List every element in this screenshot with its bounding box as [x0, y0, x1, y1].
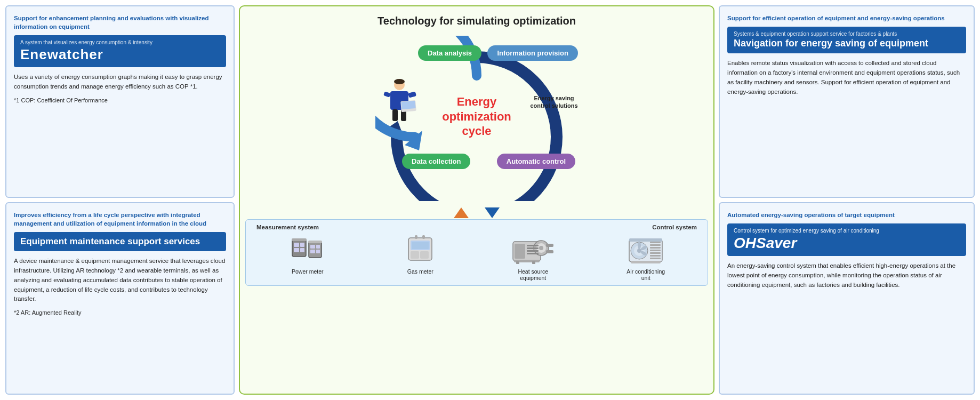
- enewatcher-subtitle: Support for enhancement planning and eva…: [14, 14, 226, 31]
- navigation-title-bar: Systems & equipment operation support se…: [727, 27, 966, 53]
- arrow-down: [485, 207, 500, 218]
- equipment-maintenance-title-bar: Equipment maintenance support services: [14, 232, 226, 251]
- svg-rect-37: [546, 244, 553, 247]
- power-meter-label: Power meter: [284, 268, 332, 281]
- svg-point-36: [539, 246, 543, 250]
- arrows-row: [454, 207, 500, 218]
- svg-rect-30: [415, 235, 417, 239]
- svg-rect-42: [527, 253, 539, 254]
- center-column: Technology for simulating optimization: [239, 5, 714, 395]
- svg-rect-17: [309, 242, 322, 258]
- ohsaver-card: Automated energy-saving operations of ta…: [719, 202, 975, 395]
- svg-rect-20: [316, 245, 320, 249]
- heat-source-label: Heat source equipment: [509, 268, 557, 281]
- enewatcher-body: Uses a variety of energy consumption gra…: [14, 73, 226, 105]
- gas-meter-label: Gas meter: [396, 268, 444, 281]
- equipment-labels: Power meter Gas meter Heat source equipm…: [251, 268, 702, 281]
- svg-rect-7: [383, 91, 391, 98]
- gas-meter-icon: [398, 235, 443, 266]
- svg-rect-61: [631, 261, 661, 263]
- navigation-title: Navigation for energy saving of equipmen…: [734, 38, 960, 49]
- enewatcher-card: Support for enhancement planning and eva…: [5, 5, 235, 198]
- svg-rect-8: [408, 91, 416, 98]
- svg-rect-16: [300, 248, 304, 252]
- navigation-subtitle: Support for efficient operation of equip…: [727, 14, 966, 22]
- person-icon: [381, 78, 418, 126]
- enewatcher-big-label: Enewatcher: [20, 46, 220, 63]
- air-conditioning-icon: [623, 235, 669, 266]
- svg-rect-10: [401, 101, 415, 109]
- power-meter-icon: [285, 235, 330, 266]
- left-column: Support for enhancement planning and eva…: [5, 5, 235, 395]
- svg-rect-54: [650, 244, 661, 246]
- ohsaver-subtitle: Automated energy-saving operations of ta…: [727, 211, 966, 219]
- svg-rect-44: [516, 261, 519, 264]
- cycle-area: Energy optimization cycle Data analysis …: [375, 36, 578, 201]
- svg-rect-39: [527, 245, 539, 246]
- svg-rect-18: [308, 241, 322, 243]
- data-collection-badge: Data collection: [402, 154, 470, 169]
- svg-rect-41: [527, 250, 539, 252]
- svg-rect-29: [412, 242, 429, 249]
- svg-point-50: [638, 242, 641, 249]
- equipment-maintenance-card: Improves efficiency from a life cycle pe…: [5, 202, 235, 395]
- ohsaver-title: OHSaver: [734, 235, 960, 252]
- svg-rect-5: [392, 109, 398, 121]
- arrow-up: [454, 207, 469, 218]
- svg-rect-55: [650, 247, 661, 249]
- svg-rect-25: [411, 251, 419, 259]
- information-provision-badge: Information provision: [487, 45, 578, 61]
- ohsaver-title-bar: Control system for optimized energy savi…: [727, 223, 966, 256]
- main-container: Support for enhancement planning and eva…: [0, 0, 980, 400]
- equipment-maintenance-subtitle: Improves efficiency from a life cycle pe…: [14, 211, 226, 228]
- svg-rect-53: [650, 242, 661, 243]
- svg-rect-58: [650, 255, 661, 257]
- equipment-maintenance-note: *2 AR: Augmented Reality: [14, 308, 226, 317]
- svg-rect-12: [292, 238, 307, 241]
- equipment-icons-row: [251, 233, 702, 267]
- svg-rect-38: [546, 250, 553, 253]
- svg-rect-59: [650, 258, 661, 259]
- equipment-maintenance-title: Equipment maintenance support services: [20, 236, 220, 247]
- right-column: Support for efficient operation of equip…: [719, 5, 975, 395]
- svg-rect-15: [294, 248, 299, 252]
- navigation-body: Enables remote status visualization with…: [727, 59, 966, 97]
- svg-rect-60: [629, 238, 662, 242]
- enewatcher-title-bar: A system that visualizes energy consumpt…: [14, 35, 226, 67]
- svg-rect-21: [310, 250, 315, 253]
- svg-rect-40: [527, 247, 539, 249]
- svg-rect-45: [532, 261, 535, 264]
- control-system-label: Control system: [652, 224, 697, 230]
- svg-rect-57: [650, 252, 661, 254]
- esc-label: Energy savingcontrol solutions: [530, 94, 578, 110]
- enewatcher-note: *1 COP: Coefficient Of Performance: [14, 96, 226, 105]
- svg-rect-33: [515, 244, 525, 259]
- sys-labels: Measurement system Control system: [251, 224, 702, 230]
- enewatcher-small-label: A system that visualizes energy consumpt…: [20, 39, 220, 45]
- automatic-control-badge: Automatic control: [497, 154, 575, 169]
- svg-rect-14: [300, 243, 304, 247]
- svg-rect-19: [310, 245, 315, 249]
- svg-rect-11: [292, 239, 306, 257]
- svg-rect-22: [316, 250, 320, 253]
- svg-rect-56: [650, 250, 661, 251]
- svg-rect-13: [294, 243, 299, 247]
- svg-rect-26: [420, 251, 429, 259]
- heat-source-icon: [510, 235, 556, 266]
- cycle-center-text: Energy optimization cycle: [442, 94, 511, 139]
- measurement-system-label: Measurement system: [256, 224, 319, 230]
- navigation-card: Support for efficient operation of equip…: [719, 5, 975, 198]
- svg-point-3: [394, 79, 405, 84]
- svg-rect-31: [422, 235, 425, 239]
- center-title: Technology for simulating optimization: [377, 15, 576, 27]
- data-analysis-badge: Data analysis: [418, 45, 481, 61]
- ohsaver-body: An energy-saving control system that ena…: [727, 261, 966, 290]
- ohsaver-small-label: Control system for optimized energy savi…: [734, 228, 960, 234]
- equipment-area: Measurement system Control system: [245, 219, 708, 286]
- equipment-maintenance-body: A device maintenance & equipment managem…: [14, 257, 226, 317]
- air-conditioning-label: Air conditioning unit: [622, 268, 670, 281]
- navigation-small-label: Systems & equipment operation support se…: [734, 31, 960, 37]
